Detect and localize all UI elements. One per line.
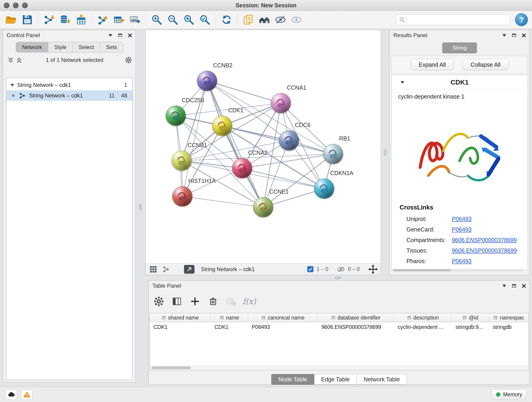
pan-move-icon[interactable] [368, 265, 378, 274]
network-node-ccnb2[interactable] [197, 71, 217, 91]
panel-menu-icon[interactable] [109, 34, 112, 37]
collapse-section-icon[interactable] [400, 81, 405, 84]
expand-all-icon[interactable] [7, 57, 14, 63]
network-node-rb1[interactable] [323, 144, 343, 164]
show-columns-button[interactable] [171, 295, 183, 307]
network-edge[interactable] [182, 81, 207, 161]
zoom-out-button[interactable] [165, 12, 181, 27]
hide-selected-button[interactable] [272, 12, 288, 27]
table-horizontal-scrollbar[interactable] [150, 366, 528, 370]
tab-network-table[interactable]: Network Table [357, 374, 407, 385]
selected-indicator-icon[interactable] [307, 266, 313, 272]
scrollbar-thumb[interactable] [152, 366, 191, 369]
cell-database-identifier[interactable]: 9606.ENSP00000378699 [318, 324, 394, 330]
cell-shared-name[interactable]: CDK1 [150, 324, 211, 330]
column-header-database-identifier[interactable]: database identifier [318, 313, 394, 322]
tab-sets[interactable]: Sets [100, 42, 123, 52]
refresh-view-button[interactable] [219, 12, 234, 27]
panel-menu-icon[interactable] [502, 285, 506, 287]
crosslink-uniprot-link[interactable]: P06493 [452, 216, 472, 222]
scrollbar-thumb[interactable] [393, 269, 451, 271]
column-header-id[interactable]: @id [452, 313, 489, 322]
table-row[interactable]: CDK1 CDK1 P06493 9606.ENSP00000378699 cy… [150, 322, 528, 332]
export-image-button[interactable] [127, 12, 143, 27]
splitter-handle-right[interactable] [384, 149, 386, 156]
results-horizontal-scrollbar[interactable] [393, 269, 524, 272]
splitter-handle-bottom[interactable] [335, 276, 341, 279]
create-column-button[interactable] [189, 295, 201, 307]
panel-float-icon[interactable] [118, 34, 122, 37]
crosslink-pharos-link[interactable]: P06493 [452, 258, 472, 264]
memory-button[interactable]: Memory [492, 389, 526, 400]
import-table-button[interactable] [73, 12, 89, 27]
panel-close-icon[interactable] [128, 33, 132, 37]
warnings-button[interactable] [21, 390, 32, 400]
collapse-all-icon[interactable] [16, 57, 22, 63]
network-overview-button[interactable] [162, 265, 171, 274]
cell-canonical-name[interactable]: P06493 [248, 324, 318, 330]
network-node-ccnb1[interactable] [172, 151, 192, 171]
cell-name[interactable]: CDK1 [211, 324, 248, 330]
panel-close-icon[interactable] [522, 284, 526, 288]
network-node-cdc25b[interactable] [166, 106, 186, 126]
function-builder-button[interactable]: f(x) [243, 295, 255, 307]
tab-select[interactable]: Select [73, 42, 100, 52]
hidden-indicator-icon[interactable] [337, 265, 345, 273]
network-canvas[interactable]: CCNB2CCNA1CDC25BCDK1CDC6RB1CCNB1CCNA2CDK… [146, 30, 381, 263]
network-options-button[interactable] [125, 56, 133, 64]
cell-description[interactable]: cyclin-dependent ... [394, 324, 452, 330]
birds-eye-view-button[interactable] [149, 265, 158, 274]
network-row-selected[interactable]: String Network – cdk1 11 48 [6, 90, 132, 101]
table-options-button[interactable] [153, 295, 165, 307]
protein-card-header[interactable]: CDK1 [392, 75, 527, 89]
network-edge[interactable] [207, 81, 281, 103]
zoom-fit-button[interactable] [181, 12, 197, 27]
import-network-database-button[interactable] [57, 12, 73, 27]
column-header-name[interactable]: name [211, 313, 248, 322]
collapse-all-button[interactable]: Collapse All [462, 59, 509, 70]
open-session-button[interactable] [3, 12, 19, 27]
network-node-ccna1[interactable] [271, 93, 291, 113]
crosslink-compartments-link[interactable]: 9606.ENSP00000378699 [452, 237, 517, 243]
search-input[interactable] [407, 16, 507, 23]
export-table-button[interactable] [111, 12, 127, 27]
results-tab-string[interactable]: String [442, 42, 477, 53]
network-node-ccne1[interactable] [253, 197, 273, 217]
export-network-button[interactable] [95, 12, 111, 27]
network-edge[interactable] [207, 81, 263, 207]
column-header-shared-name[interactable]: shared name [150, 313, 211, 322]
import-network-file-button[interactable] [41, 12, 57, 27]
tab-node-table[interactable]: Node Table [271, 374, 314, 385]
tab-edge-table[interactable]: Edge Table [314, 374, 357, 385]
cloud-status-button[interactable] [6, 390, 17, 400]
tab-network[interactable]: Network [16, 42, 48, 52]
column-header-description[interactable]: description [394, 313, 452, 322]
splitter-handle-left[interactable] [139, 204, 142, 211]
zoom-in-button[interactable] [149, 12, 165, 27]
panel-float-icon[interactable] [512, 284, 516, 287]
panel-menu-icon[interactable] [502, 34, 506, 37]
help-button[interactable]: ? [515, 13, 528, 26]
network-node-cdk1[interactable] [212, 116, 232, 136]
crosslink-tissues-link[interactable]: 9606.ENSP00000378699 [452, 247, 517, 254]
collection-expand-icon[interactable] [10, 83, 14, 87]
cell-namespace[interactable]: stringdb [489, 324, 528, 330]
tab-style[interactable]: Style [48, 42, 73, 52]
column-header-namespace[interactable]: namespac [489, 313, 528, 322]
save-session-button[interactable] [19, 12, 35, 27]
network-node-cdc6[interactable] [279, 130, 299, 151]
home-button[interactable] [256, 12, 272, 27]
network-collection-row[interactable]: String Network – cdk1 1 [6, 80, 132, 90]
cell-id[interactable]: stringdb:9... [452, 324, 489, 330]
duplicate-documents-button[interactable] [240, 12, 256, 27]
network-node-ccna2[interactable] [232, 158, 252, 178]
column-header-canonical-name[interactable]: canonical name [248, 313, 318, 322]
network-node-cdkn1a[interactable] [314, 179, 334, 199]
show-hidden-button[interactable] [288, 12, 304, 27]
zoom-selected-button[interactable] [197, 12, 213, 27]
detach-view-button[interactable] [184, 265, 195, 274]
panel-close-icon[interactable] [522, 33, 526, 37]
network-edge[interactable] [182, 196, 263, 207]
network-node-hist1h1a[interactable] [172, 186, 192, 206]
crosslink-genecard-link[interactable]: P06493 [452, 226, 472, 233]
